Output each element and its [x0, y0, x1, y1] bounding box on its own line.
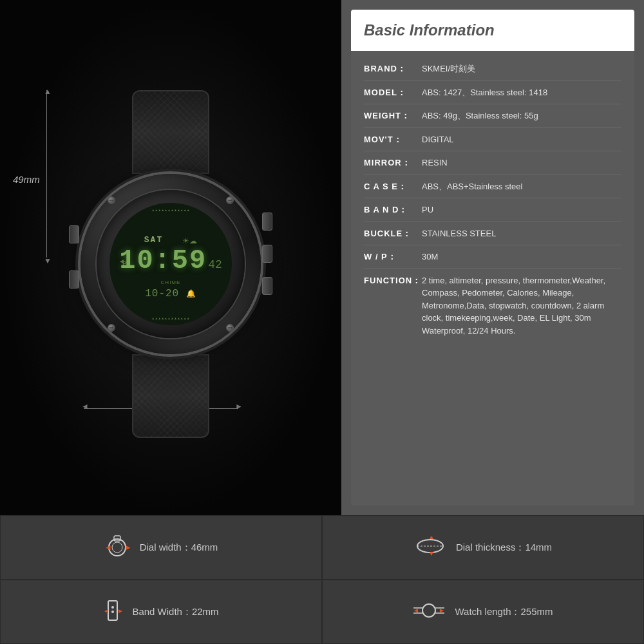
button-right-mid — [262, 245, 272, 263]
button-right-bottom — [262, 277, 272, 295]
dial-thickness-cell: ▲ ▼ Dial thickness：14mm — [322, 515, 644, 580]
info-row-label: B A N D： — [364, 204, 422, 216]
svg-text:►: ► — [117, 607, 122, 614]
watch-inner-bezel: ▲▲▲▲▲▲▲▲▲▲▲▲ ▲▲▲▲▲▲▲▲▲▲▲▲ P ◄ SAT ☀☁ — [97, 190, 245, 338]
info-row: BUCKLE：STAINLESS STEEL — [364, 222, 621, 246]
watch-illustration: ▲▲▲▲▲▲▲▲▲▲▲▲ ▲▲▲▲▲▲▲▲▲▲▲▲ P ◄ SAT ☀☁ — [61, 90, 280, 438]
info-row-label: MOV'T： — [364, 133, 422, 146]
info-row-value: STAINLESS STEEL — [422, 227, 621, 240]
info-title-bar: Basic Information — [351, 10, 634, 51]
watch-date: 10-20 🔔 — [145, 288, 196, 299]
dial-thickness-icon: ▲ ▼ — [414, 536, 446, 558]
info-row: MOV'T：DIGITAL — [364, 128, 621, 152]
v-arrow-bottom-icon: ▼ — [44, 256, 52, 265]
info-row-label: BUCKLE： — [364, 227, 422, 240]
info-rows: BRAND：SKMEI/时刻美MODEL：ABS: 1427、Stainless… — [351, 51, 634, 506]
info-row: MIRROR：RESIN — [364, 151, 621, 175]
svg-text:◄: ◄ — [413, 607, 419, 614]
dial-width-cell: ◄ ► Dial width：46mm — [0, 515, 322, 580]
info-row-value: DIGITAL — [422, 133, 621, 146]
info-row: WEIGHT：ABS: 49g、Stainless steel: 55g — [364, 104, 621, 128]
info-row-label: WEIGHT： — [364, 109, 422, 122]
watch-seconds: 42 — [208, 258, 222, 271]
band-width-label: Band Width：22mm — [132, 606, 218, 618]
svg-text:►: ► — [439, 607, 445, 614]
button-right-top — [262, 213, 272, 231]
band-width-icon: ◄ ► — [103, 598, 122, 626]
watch-length-label: Watch length：255mm — [455, 606, 553, 618]
info-row-value: ABS、ABS+Stainless steel — [422, 180, 621, 193]
watch-screen: ▲▲▲▲▲▲▲▲▲▲▲▲ ▲▲▲▲▲▲▲▲▲▲▲▲ P ◄ SAT ☀☁ — [109, 203, 232, 325]
info-row-value: SKMEI/时刻美 — [422, 62, 621, 75]
strap-top — [132, 90, 209, 174]
info-row: FUNCTION：2 time, altimeter, pressure, th… — [364, 269, 621, 343]
info-row: BRAND：SKMEI/时刻美 — [364, 57, 621, 81]
info-row: B A N D：PU — [364, 198, 621, 222]
watch-body: ▲▲▲▲▲▲▲▲▲▲▲▲ ▲▲▲▲▲▲▲▲▲▲▲▲ P ◄ SAT ☀☁ — [80, 174, 261, 354]
info-row-label: C A S E： — [364, 180, 422, 193]
svg-point-1 — [112, 542, 122, 553]
dial-width-label: Dial width：46mm — [140, 542, 218, 554]
info-row-value: ABS: 1427、Stainless steel: 1418 — [422, 86, 621, 99]
info-row: C A S E：ABS、ABS+Stainless steel — [364, 175, 621, 199]
vertical-dim-line — [46, 90, 47, 258]
info-row-value: RESIN — [422, 156, 621, 169]
screw-top-right — [226, 196, 234, 204]
strap-bottom — [132, 354, 209, 438]
watch-day: SAT — [144, 235, 163, 245]
info-card: Basic Information BRAND：SKMEI/时刻美MODEL：A… — [351, 10, 634, 506]
dial-thickness-label: Dial thickness：14mm — [456, 542, 552, 554]
left-panel: 49mm ▲ ▼ ◄ ► 46mm — [0, 0, 341, 515]
watch-length-icon: ◄ ► — [413, 599, 445, 625]
right-panel: Basic Information BRAND：SKMEI/时刻美MODEL：A… — [341, 0, 644, 515]
screw-bottom-right — [226, 324, 234, 332]
svg-point-11 — [111, 611, 114, 613]
info-row-value: PU — [422, 204, 621, 216]
dim-49mm-label: 49mm — [13, 174, 40, 185]
info-row-label: BRAND： — [364, 62, 422, 75]
info-row-value: ABS: 49g、Stainless steel: 55g — [422, 109, 621, 122]
screw-top-left — [108, 196, 115, 204]
bottom-area: ◄ ► Dial width：46mm ▲ ▼ Dial thickness：1… — [0, 515, 644, 644]
button-left-bottom — [69, 270, 79, 289]
chime-label: CHIME — [145, 279, 196, 285]
info-row: W / P：30M — [364, 245, 621, 269]
info-row: MODEL：ABS: 1427、Stainless steel: 1418 — [364, 81, 621, 105]
info-row-value: 2 time, altimeter, pressure, thermometer… — [422, 274, 621, 337]
info-title: Basic Information — [364, 21, 621, 39]
watch-length-cell: ◄ ► Watch length：255mm — [322, 580, 644, 644]
svg-text:◄: ◄ — [104, 543, 112, 552]
info-row-value: 30M — [422, 251, 621, 263]
svg-point-14 — [422, 604, 435, 617]
svg-text:▲: ▲ — [428, 536, 435, 540]
v-arrow-top-icon: ▲ — [44, 87, 52, 96]
watch-time: 10:59 — [119, 247, 207, 274]
svg-point-10 — [111, 606, 114, 609]
band-width-cell: ◄ ► Band Width：22mm — [0, 580, 322, 644]
svg-text:◄: ◄ — [103, 607, 109, 614]
info-row-label: W / P： — [364, 251, 422, 263]
svg-text:►: ► — [124, 543, 130, 552]
dial-width-icon: ◄ ► — [104, 535, 130, 560]
screw-bottom-left — [108, 324, 115, 332]
info-row-label: MODEL： — [364, 86, 422, 99]
info-row-label: FUNCTION： — [364, 274, 422, 287]
svg-text:▼: ▼ — [428, 550, 435, 556]
button-left-top — [69, 225, 79, 243]
info-row-label: MIRROR： — [364, 156, 422, 169]
